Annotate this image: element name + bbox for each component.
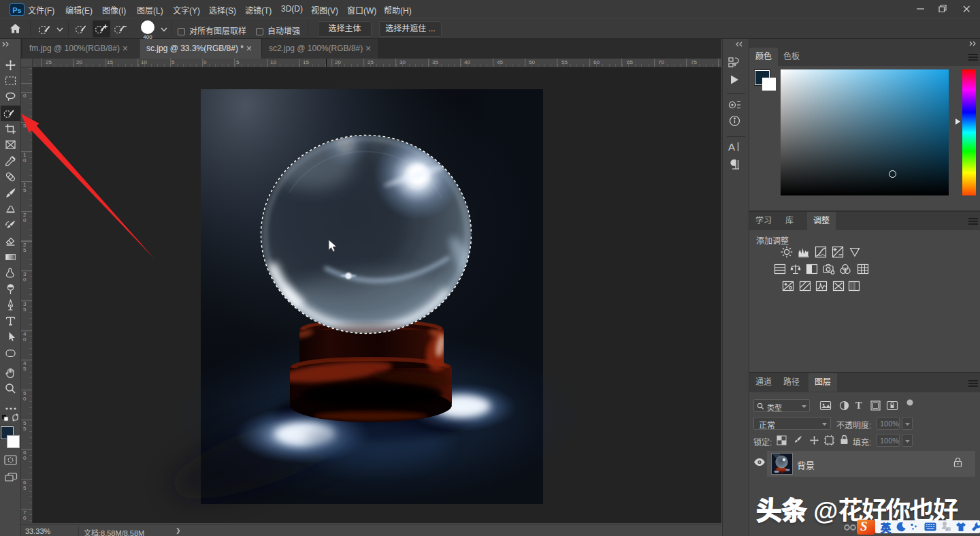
svg-text:A: A xyxy=(728,141,735,153)
